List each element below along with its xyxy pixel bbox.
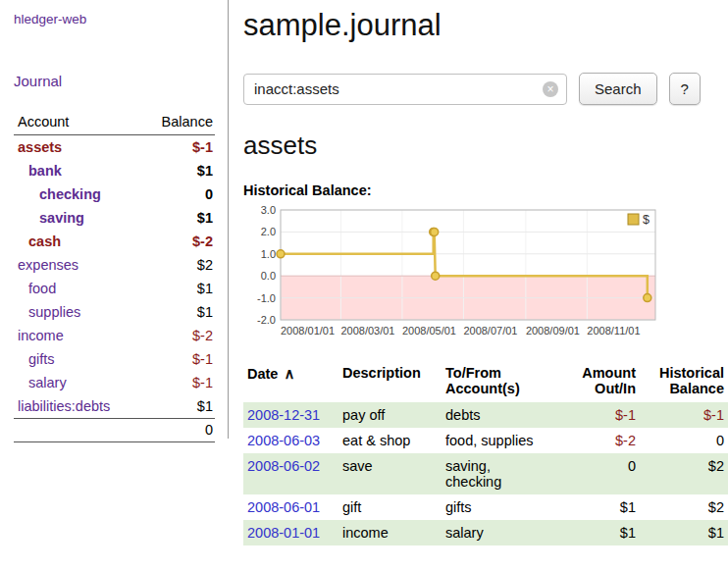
account-balance: $1 — [197, 281, 215, 296]
search-row: × Search ? — [243, 73, 728, 105]
account-row: checking0 — [14, 182, 215, 206]
y-tick-label: 1.0 — [261, 248, 276, 260]
register-cell-description: income — [338, 520, 442, 545]
legend-swatch — [628, 214, 639, 225]
register-cell-balance: $2 — [640, 453, 728, 494]
account-balance: $-1 — [192, 351, 215, 367]
register-header-date[interactable]: Date∧ — [243, 363, 338, 402]
register-cell-date: 2008-06-01 — [243, 494, 338, 520]
account-link[interactable]: saving — [14, 210, 84, 226]
x-tick-label: 2008/11/01 — [587, 325, 640, 337]
account-link[interactable]: salary — [14, 375, 67, 390]
y-tick-label: -1.0 — [257, 292, 276, 304]
transaction-date-link[interactable]: 2008-06-03 — [247, 433, 320, 448]
register-row: 2008-06-02savesaving, checking0$2 — [243, 453, 728, 494]
app-title-link[interactable]: hledger-web — [14, 12, 86, 26]
accounts-table-body: assets$-1bank$1checking0saving$1cash$-2e… — [14, 135, 215, 418]
sidebar: hledger-web Journal Account Balance asse… — [0, 0, 229, 439]
account-balance: $-2 — [192, 234, 215, 249]
data-point-marker — [644, 294, 651, 302]
account-link[interactable]: gifts — [14, 351, 55, 367]
register-cell-amount: $1 — [569, 520, 640, 545]
data-point-marker — [432, 272, 440, 280]
register-cell-balance: $2 — [640, 494, 728, 520]
x-tick-label: 2008/09/01 — [526, 325, 580, 337]
account-link[interactable]: assets — [14, 139, 62, 155]
register-cell-date: 2008-06-02 — [243, 453, 338, 494]
search-input[interactable] — [243, 74, 567, 105]
account-link[interactable]: checking — [14, 186, 101, 202]
account-row: bank$1 — [14, 159, 215, 182]
accounts-header-account: Account — [18, 114, 69, 130]
register-cell-accounts: debts — [442, 402, 569, 428]
account-balance: $1 — [197, 163, 215, 179]
account-link[interactable]: bank — [14, 163, 62, 179]
y-tick-label: 0.0 — [261, 270, 276, 282]
transaction-date-link[interactable]: 2008-12-31 — [247, 407, 320, 423]
account-balance: $2 — [197, 257, 215, 273]
page-title: sample.journal — [243, 8, 728, 43]
legend-label: $ — [643, 213, 650, 227]
account-balance: $1 — [197, 210, 215, 226]
accounts-panel: Account Balance assets$-1bank$1checking0… — [14, 111, 215, 442]
clear-search-icon[interactable]: × — [543, 81, 558, 97]
chart-title: Historical Balance: — [243, 182, 728, 198]
accounts-header: Account Balance — [14, 111, 215, 135]
sidebar-item-journal[interactable]: Journal — [14, 73, 228, 89]
register-cell-accounts: gifts — [442, 494, 569, 520]
account-link[interactable]: cash — [14, 234, 61, 249]
account-row: expenses$2 — [14, 253, 215, 277]
register-row: 2008-01-01incomesalary$1$1 — [243, 520, 728, 545]
transaction-date-link[interactable]: 2008-06-01 — [247, 499, 320, 515]
register-table-body: 2008-12-31pay offdebts$-1$-12008-06-03ea… — [243, 402, 728, 545]
register-cell-amount: $-1 — [569, 402, 640, 428]
y-tick-label: 3.0 — [261, 204, 276, 216]
transaction-date-link[interactable]: 2008-06-02 — [247, 458, 320, 474]
register-cell-amount: 0 — [569, 453, 640, 494]
sort-ascending-icon[interactable]: ∧ — [284, 365, 294, 382]
register-header-description: Description — [338, 363, 442, 402]
register-row: 2008-12-31pay offdebts$-1$-1 — [243, 402, 728, 428]
register-cell-date: 2008-12-31 — [243, 402, 338, 428]
account-balance: $-1 — [192, 139, 215, 155]
transaction-date-link[interactable]: 2008-01-01 — [247, 525, 320, 541]
x-tick-label: 2008/07/01 — [463, 325, 517, 337]
register-cell-accounts: food, supplies — [442, 428, 569, 453]
search-button[interactable]: Search — [579, 73, 657, 105]
help-button[interactable]: ? — [669, 73, 701, 105]
register-cell-balance: $-1 — [640, 402, 728, 428]
account-link[interactable]: expenses — [14, 257, 78, 273]
account-link[interactable]: income — [14, 328, 64, 343]
register-row: 2008-06-01giftgifts$1$2 — [243, 494, 728, 520]
accounts-header-balance: Balance — [162, 114, 213, 130]
account-link[interactable]: liabilities:debts — [14, 398, 110, 414]
x-tick-label: 2008/03/01 — [340, 325, 394, 337]
register-cell-amount: $-2 — [569, 428, 640, 453]
account-row: gifts$-1 — [14, 347, 215, 371]
account-row: liabilities:debts$1 — [14, 394, 215, 418]
register-cell-date: 2008-01-01 — [243, 520, 338, 545]
register-cell-description: pay off — [338, 402, 442, 428]
account-balance: $-2 — [192, 328, 215, 343]
register-header-balance: Historical Balance — [640, 363, 728, 402]
account-link[interactable]: food — [14, 281, 56, 296]
account-heading: assets — [243, 130, 728, 161]
account-row: income$-2 — [14, 324, 215, 347]
y-tick-label: 2.0 — [261, 226, 276, 237]
balance-chart: 2008/01/012008/03/012008/05/012008/07/01… — [243, 202, 728, 349]
register-table: Date∧ Description To/From Account(s) Amo… — [243, 363, 728, 545]
account-balance: $1 — [197, 304, 215, 320]
main-content: sample.journal × Search ? assets Histori… — [243, 0, 728, 545]
search-box: × — [243, 74, 567, 105]
data-point-marker — [431, 228, 439, 235]
register-cell-description: save — [338, 453, 442, 494]
account-balance: 0 — [205, 186, 215, 202]
account-link[interactable]: supplies — [14, 304, 80, 320]
register-cell-amount: $1 — [569, 494, 640, 520]
register-cell-description: eat & shop — [338, 428, 442, 453]
register-cell-balance: $1 — [640, 520, 728, 545]
register-header-accounts: To/From Account(s) — [442, 363, 569, 402]
account-row: food$1 — [14, 277, 215, 300]
register-cell-accounts: saving, checking — [442, 453, 569, 494]
account-balance: $1 — [197, 398, 215, 414]
